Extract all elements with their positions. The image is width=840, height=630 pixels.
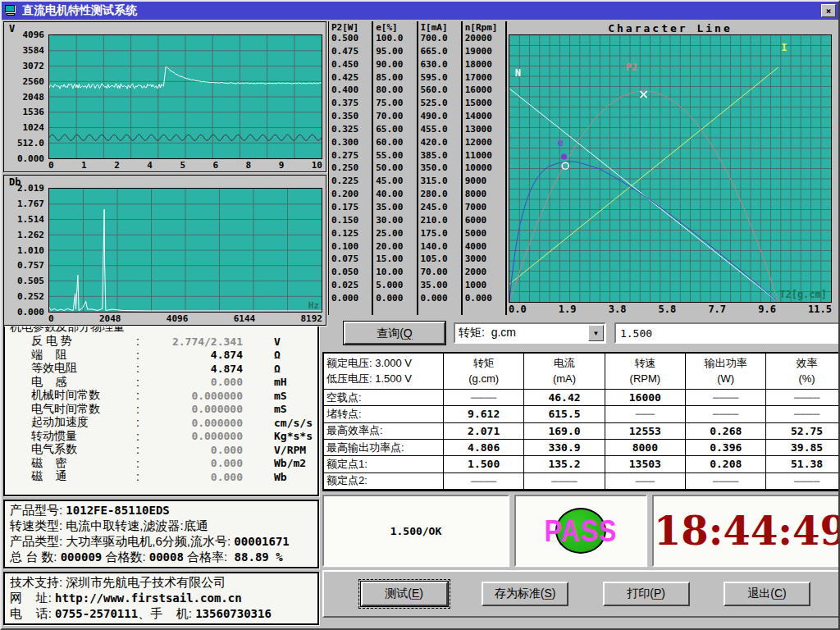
param-value: 0.000 <box>146 471 243 483</box>
table-cell: 52.75 <box>766 423 840 440</box>
support-info-line: 网 址: http://www.firstsail.com.cn <box>10 591 313 606</box>
param-unit: V <box>274 336 281 348</box>
tech-support-panel: 技术支持: 深圳市先航电子技术有限公司网 址: http://www.first… <box>3 572 319 625</box>
scale-value: 19000 <box>465 46 505 57</box>
text-segment: 00008 <box>149 550 184 564</box>
status-message: 1.500/OK <box>322 495 509 567</box>
exit-button[interactable]: 退出(C) <box>724 582 810 606</box>
torque-value-input[interactable] <box>614 322 840 344</box>
table-cell: ———— <box>766 473 840 490</box>
param-value: 4.874 <box>146 363 243 375</box>
param-unit: Ω <box>274 349 281 361</box>
scale-value: 0.325 <box>331 124 372 135</box>
title-bar: 直流电机特性测试系统 × <box>2 2 838 20</box>
param-row: 电气系数:0.000V/RPM <box>10 443 313 457</box>
scale-value: 15.00 <box>376 253 416 264</box>
text-segment: 合格率: <box>184 550 235 564</box>
save-standard-button[interactable]: 存为标准(S) <box>482 582 568 606</box>
query-button[interactable]: 查询(Q <box>344 322 445 345</box>
print-button[interactable]: 打印(P) <box>603 582 690 606</box>
scale-value: 18000 <box>465 59 505 70</box>
scale-value: 0.250 <box>331 162 372 173</box>
param-row: 等效电阻:4.874Ω <box>10 362 313 376</box>
table-cell: ———— <box>686 406 766 422</box>
scale-value: 560.0 <box>421 84 461 95</box>
support-info-line: 电 话: 0755-2570111、手 机: 13560730316 <box>10 606 313 622</box>
scale-value: 0.025 <box>331 280 372 290</box>
character-chart-title: Character Line <box>509 22 832 34</box>
x-tick: 8 <box>246 160 252 171</box>
param-value: 0.000 <box>146 376 243 388</box>
scale-value: 80.00 <box>376 84 416 95</box>
param-label: 磁 通 <box>31 469 136 484</box>
scale-column-header: I[mA] <box>421 22 461 33</box>
x-tick: 9.6 <box>758 304 776 315</box>
scale-value: 0.000 <box>331 293 372 304</box>
table-header-voltage: 额定电压: 3.000 V低压电压: 1.500 V <box>324 354 444 390</box>
y-tick: 0.757 <box>17 260 44 271</box>
table-row-label: 额定点1: <box>324 456 444 472</box>
pass-indicator: PASS <box>514 495 647 567</box>
text-segment: 、手 机: <box>138 606 195 620</box>
table-cell: 46.42 <box>524 390 605 406</box>
table-cell: 9.612 <box>444 406 524 422</box>
param-label: 等效电阻 <box>31 361 136 376</box>
scale-value: 6000 <box>465 215 505 226</box>
y-tick: 4096 <box>23 30 45 40</box>
scale-values: 700.0665.0630.0595.0560.0525.0490.0455.0… <box>421 33 461 304</box>
x-tick: 4 <box>147 160 153 171</box>
scale-value: 245.0 <box>421 202 461 212</box>
fft-y-tick-labels: 2.0191.7671.5141.2621.0100.7570.5050.252… <box>6 183 48 317</box>
y-tick: 1.010 <box>17 245 44 256</box>
header-line: 低压电压: 1.500 V <box>326 372 412 387</box>
app-icon <box>4 5 19 17</box>
param-unit: cm/s/s <box>274 417 313 429</box>
test-button[interactable]: 测试(E) <box>361 582 448 606</box>
support-info-line: 技术支持: 深圳市先航电子技术有限公司 <box>10 575 313 591</box>
text-segment: http://www.firstsail.com.cn <box>55 591 242 605</box>
scale-value: 13000 <box>465 124 505 135</box>
query-row: 查询(Q 转矩: g.cm ▼ <box>322 317 840 349</box>
close-icon[interactable]: × <box>821 4 836 17</box>
text-segment: 网 址: <box>10 591 55 605</box>
scale-value: 90.00 <box>376 59 416 70</box>
param-unit: Kg*s*s <box>274 430 313 442</box>
param-colon: : <box>136 443 146 456</box>
table-cell: 13503 <box>605 456 686 472</box>
product-info-line: 产品类型: 大功率驱动电机,6分频,流水号: 00001671 <box>10 534 313 550</box>
y-tick: 3584 <box>23 45 45 56</box>
table-cell: ———— <box>444 473 524 490</box>
scale-value: 70.00 <box>421 267 461 277</box>
table-cell: 0.268 <box>686 423 766 440</box>
chevron-down-icon[interactable]: ▼ <box>588 325 604 341</box>
scale-value: 50.00 <box>376 162 416 173</box>
scale-value: 0.125 <box>331 228 372 239</box>
y-tick: 512.0 <box>17 138 44 148</box>
left-info-column: 机电参数及部分物理量 反 电 势:2.774/2.341V端 阻:4.874Ω等… <box>3 317 319 625</box>
y-tick: 1536 <box>23 107 45 117</box>
table-cell: ———— <box>766 406 840 422</box>
param-label: 电 感 <box>31 375 136 390</box>
scale-value: 175.0 <box>421 228 461 239</box>
scale-value: 25.00 <box>376 228 416 239</box>
text-segment: 总 台 数: <box>10 550 61 564</box>
param-value: 2.774/2.341 <box>146 336 243 348</box>
character-x-tick-labels: 0.01.93.85.87.79.611.5 <box>509 303 832 315</box>
table-column-header: 效率(%) <box>766 354 840 390</box>
action-buttons-bar: 测试(E)存为标准(S)打印(P)退出(C) <box>322 570 840 618</box>
scale-value: 140.0 <box>421 241 461 252</box>
scale-value: 595.0 <box>421 72 461 83</box>
table-cell: 0.396 <box>686 440 766 456</box>
table-cell: ——— <box>605 473 686 490</box>
param-colon: : <box>136 457 146 470</box>
scale-column: n[Rpm]2000019000180001700016000150001400… <box>463 21 507 315</box>
window-title: 直流电机特性测试系统 <box>22 3 818 18</box>
scale-value: 20000 <box>465 33 505 43</box>
text-segment: 产品型号: <box>10 503 66 517</box>
x-tick: 11.5 <box>808 304 832 315</box>
product-info-line: 总 台 数: 000009 合格数: 00008 合格率: 88.89 % <box>10 550 313 565</box>
torque-unit-combobox[interactable]: 转矩: g.cm ▼ <box>454 322 606 344</box>
x-tick: 7.7 <box>708 304 726 315</box>
text-segment: 转速类型: <box>10 518 66 532</box>
param-row: 端 阻:4.874Ω <box>10 349 313 363</box>
